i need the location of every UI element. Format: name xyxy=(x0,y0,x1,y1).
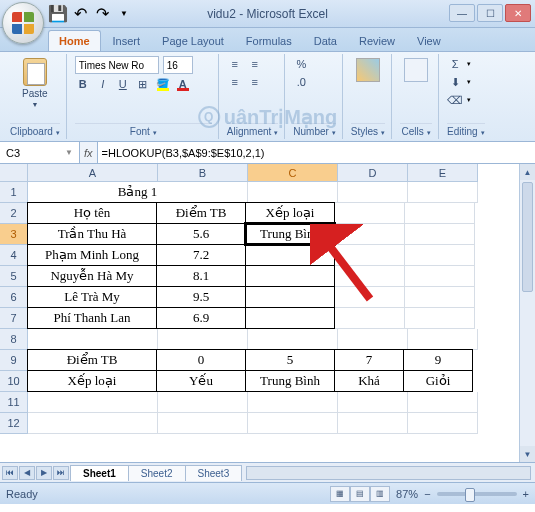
cell[interactable]: Trần Thu Hà xyxy=(27,223,157,245)
tab-data[interactable]: Data xyxy=(304,31,347,51)
autosum-icon[interactable]: Σ xyxy=(447,56,463,72)
cell[interactable] xyxy=(338,182,408,203)
cell[interactable]: Xếp loại xyxy=(27,370,157,392)
cell[interactable] xyxy=(248,182,338,203)
cell[interactable]: Nguyễn Hà My xyxy=(27,265,157,287)
align-left-icon[interactable]: ≡ xyxy=(227,74,243,90)
cell[interactable] xyxy=(335,308,405,329)
cell[interactable] xyxy=(335,224,405,245)
align-center-icon[interactable]: ≡ xyxy=(247,74,263,90)
styles-button[interactable] xyxy=(351,56,385,84)
cell[interactable] xyxy=(28,392,158,413)
formula-input[interactable]: =HLOOKUP(B3,$A$9:$E$10,2,1) xyxy=(98,142,535,163)
percent-icon[interactable]: % xyxy=(293,56,309,72)
cell[interactable]: Lê Trà My xyxy=(27,286,157,308)
row-header-9[interactable]: 9 xyxy=(0,350,28,371)
cell[interactable] xyxy=(338,413,408,434)
cell[interactable] xyxy=(158,392,248,413)
undo-icon[interactable]: ↶ xyxy=(72,6,88,22)
cell[interactable]: Giỏi xyxy=(403,370,473,392)
fx-icon[interactable]: fx xyxy=(84,147,93,159)
cell[interactable]: 9 xyxy=(403,349,473,371)
sheet-nav-next-icon[interactable]: ▶ xyxy=(36,466,52,480)
cell[interactable]: Trung Bình xyxy=(245,223,335,245)
cell[interactable]: Khá xyxy=(334,370,404,392)
row-header-4[interactable]: 4 xyxy=(0,245,28,266)
sheet-nav-first-icon[interactable]: ⏮ xyxy=(2,466,18,480)
close-button[interactable]: ✕ xyxy=(505,4,531,22)
cell[interactable] xyxy=(158,413,248,434)
cell[interactable] xyxy=(405,224,475,245)
cell[interactable]: 6.9 xyxy=(156,307,246,329)
align-middle-icon[interactable]: ≡ xyxy=(247,56,263,72)
zoom-out-icon[interactable]: − xyxy=(424,488,430,500)
row-header-12[interactable]: 12 xyxy=(0,413,28,434)
horizontal-scrollbar[interactable] xyxy=(246,466,531,480)
cell[interactable] xyxy=(245,307,335,329)
cell[interactable]: 0 xyxy=(156,349,246,371)
cell[interactable] xyxy=(28,413,158,434)
tab-home[interactable]: Home xyxy=(48,30,101,51)
fill-color-button[interactable]: 🪣 xyxy=(155,76,171,92)
cell[interactable]: Yếu xyxy=(156,370,246,392)
cell[interactable]: Bảng 1 xyxy=(28,182,248,203)
tab-view[interactable]: View xyxy=(407,31,451,51)
cell[interactable] xyxy=(335,266,405,287)
decimal-icon[interactable]: .0 xyxy=(293,74,309,90)
view-layout-icon[interactable]: ▤ xyxy=(350,486,370,502)
cell[interactable] xyxy=(405,308,475,329)
view-normal-icon[interactable]: ▦ xyxy=(330,486,350,502)
qat-dropdown-icon[interactable]: ▼ xyxy=(116,6,132,22)
maximize-button[interactable]: ☐ xyxy=(477,4,503,22)
row-header-5[interactable]: 5 xyxy=(0,266,28,287)
cell[interactable] xyxy=(405,245,475,266)
cell[interactable] xyxy=(405,266,475,287)
sheet-tab-1[interactable]: Sheet1 xyxy=(70,465,129,481)
column-header-E[interactable]: E xyxy=(408,164,478,182)
vertical-scrollbar[interactable]: ▲ ▼ xyxy=(519,164,535,462)
cell[interactable] xyxy=(338,329,408,350)
cell[interactable]: 7.2 xyxy=(156,244,246,266)
sheet-tab-3[interactable]: Sheet3 xyxy=(185,465,243,481)
zoom-slider[interactable] xyxy=(437,492,517,496)
row-header-2[interactable]: 2 xyxy=(0,203,28,224)
tab-insert[interactable]: Insert xyxy=(103,31,151,51)
cell[interactable] xyxy=(408,182,478,203)
cell[interactable]: 5.6 xyxy=(156,223,246,245)
font-color-button[interactable]: A xyxy=(175,76,191,92)
scroll-thumb[interactable] xyxy=(522,182,533,292)
cell[interactable] xyxy=(335,287,405,308)
cell[interactable]: Phạm Minh Long xyxy=(27,244,157,266)
cell[interactable] xyxy=(335,203,405,224)
cell[interactable]: Họ tên xyxy=(27,202,157,224)
row-header-7[interactable]: 7 xyxy=(0,308,28,329)
cell[interactable]: Điểm TB xyxy=(156,202,246,224)
column-header-B[interactable]: B xyxy=(158,164,248,182)
row-header-1[interactable]: 1 xyxy=(0,182,28,203)
font-name-input[interactable] xyxy=(75,56,159,74)
column-header-A[interactable]: A xyxy=(28,164,158,182)
tab-review[interactable]: Review xyxy=(349,31,405,51)
italic-button[interactable]: I xyxy=(95,76,111,92)
font-size-input[interactable] xyxy=(163,56,193,74)
column-header-C[interactable]: C xyxy=(248,164,338,182)
name-box[interactable]: C3 ▼ xyxy=(0,142,80,163)
cell[interactable] xyxy=(405,203,475,224)
save-icon[interactable]: 💾 xyxy=(50,6,66,22)
scroll-up-icon[interactable]: ▲ xyxy=(520,164,535,180)
bold-button[interactable]: B xyxy=(75,76,91,92)
cell[interactable] xyxy=(408,392,478,413)
align-top-icon[interactable]: ≡ xyxy=(227,56,243,72)
cell[interactable]: 8.1 xyxy=(156,265,246,287)
row-header-10[interactable]: 10 xyxy=(0,371,28,392)
row-header-11[interactable]: 11 xyxy=(0,392,28,413)
paste-button[interactable]: Paste ▼ xyxy=(10,56,60,110)
cell[interactable]: Xếp loại xyxy=(245,202,335,224)
select-all-corner[interactable] xyxy=(0,164,28,182)
row-header-3[interactable]: 3 xyxy=(0,224,28,245)
cell[interactable] xyxy=(248,413,338,434)
cell[interactable]: Phí Thanh Lan xyxy=(27,307,157,329)
cell[interactable] xyxy=(338,392,408,413)
cells-button[interactable] xyxy=(400,56,432,84)
cell[interactable] xyxy=(245,286,335,308)
